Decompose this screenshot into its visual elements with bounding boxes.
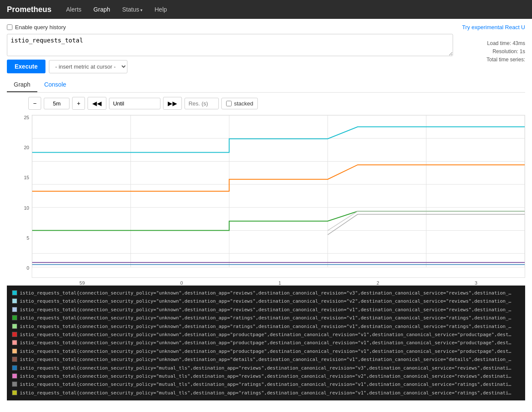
execute-row: Execute - insert metric at cursor - xyxy=(7,60,525,73)
legend-item: istio_requests_total{connection_security… xyxy=(12,347,520,355)
legend-color-swatch xyxy=(12,373,17,379)
legend-text: istio_requests_total{connection_security… xyxy=(20,365,513,371)
legend-item: istio_requests_total{connection_security… xyxy=(12,289,520,297)
graph-svg xyxy=(32,115,525,278)
query-input[interactable]: istio_requests_total xyxy=(7,34,453,56)
x-label-2: 2 xyxy=(377,280,379,286)
x-label-59: 59 xyxy=(79,280,85,286)
back-button[interactable]: ◀◀ xyxy=(88,97,106,110)
legend-item: istio_requests_total{connection_security… xyxy=(12,331,520,339)
legend-item: istio_requests_total{connection_security… xyxy=(12,380,520,388)
y-label-10: 10 xyxy=(24,205,29,211)
res-input[interactable] xyxy=(184,98,219,109)
legend-text: istio_requests_total{connection_security… xyxy=(20,373,513,379)
enable-history-checkbox[interactable] xyxy=(7,24,12,30)
graph-controls: − + ◀◀ ▶▶ stacked xyxy=(7,97,525,110)
legend-color-swatch xyxy=(12,298,17,304)
legend-item: istio_requests_total{connection_security… xyxy=(12,339,520,347)
legend-color-swatch xyxy=(12,349,17,354)
legend-item: istio_requests_total{connection_security… xyxy=(12,364,520,372)
stacked-label[interactable]: stacked xyxy=(221,98,258,109)
legend-item: istio_requests_total{connection_security… xyxy=(12,306,520,314)
legend-item: istio_requests_total{connection_security… xyxy=(12,355,520,364)
legend-item: istio_requests_total{connection_security… xyxy=(12,372,520,380)
legend-text: istio_requests_total{connection_security… xyxy=(20,356,513,363)
y-label-25: 25 xyxy=(24,115,29,120)
navbar: Prometheus Alerts Graph Status Help xyxy=(0,0,532,19)
x-axis: 59 0 1 2 3 xyxy=(10,279,525,286)
resolution: Resolution: 1s xyxy=(487,48,525,56)
load-time: Load time: 43ms xyxy=(487,39,525,48)
legend-text: istio_requests_total{connection_security… xyxy=(20,315,513,321)
legend-text: istio_requests_total{connection_security… xyxy=(20,340,513,346)
x-label-3: 3 xyxy=(475,280,478,286)
y-label-20: 20 xyxy=(24,145,29,150)
chart-container: 25 20 15 10 5 0 xyxy=(10,115,525,279)
nav-help[interactable]: Help xyxy=(150,3,171,15)
y-label-15: 15 xyxy=(24,175,29,180)
total-series: Total time series: xyxy=(487,56,525,64)
stacked-text: stacked xyxy=(234,100,253,107)
zoom-in-button[interactable]: + xyxy=(72,97,85,110)
legend-text: istio_requests_total{connection_security… xyxy=(20,381,513,388)
legend-color-swatch xyxy=(12,340,17,345)
metric-selector[interactable]: - insert metric at cursor - xyxy=(49,60,127,73)
enable-history-text: Enable query history xyxy=(15,24,66,30)
top-bar: Enable query history Try experimental Re… xyxy=(7,24,525,30)
legend-color-swatch xyxy=(12,332,17,337)
nav-links: Alerts Graph Status Help xyxy=(62,3,171,15)
zoom-out-button[interactable]: − xyxy=(28,97,41,110)
legend-item: istio_requests_total{connection_security… xyxy=(12,322,520,331)
legend-color-swatch xyxy=(12,315,17,320)
legend-color-swatch xyxy=(12,307,17,312)
legend-color-swatch xyxy=(12,357,17,362)
legend-text: istio_requests_total{connection_security… xyxy=(20,323,513,330)
legend-item: istio_requests_total{connection_security… xyxy=(12,297,520,305)
y-label-5: 5 xyxy=(27,235,29,241)
legend-text: istio_requests_total{connection_security… xyxy=(20,331,513,338)
legend-color-swatch xyxy=(12,324,17,329)
x-label-0: 0 xyxy=(180,280,183,286)
time-range-input[interactable] xyxy=(44,98,70,109)
query-area: istio_requests_total xyxy=(7,34,525,56)
main-content: Enable query history Try experimental Re… xyxy=(0,19,532,406)
legend-color-swatch xyxy=(12,390,17,395)
enable-history-label[interactable]: Enable query history xyxy=(7,24,66,30)
stacked-checkbox[interactable] xyxy=(226,101,232,106)
x-label-1: 1 xyxy=(278,280,281,286)
legend-text: istio_requests_total{connection_security… xyxy=(20,348,513,355)
legend-color-swatch xyxy=(12,290,17,295)
until-input[interactable] xyxy=(109,98,160,109)
legend-text: istio_requests_total{connection_security… xyxy=(20,298,513,304)
legend-item: istio_requests_total{connection_security… xyxy=(12,389,520,397)
forward-button[interactable]: ▶▶ xyxy=(163,97,182,110)
load-info: Load time: 43ms Resolution: 1s Total tim… xyxy=(487,39,525,64)
legend-text: istio_requests_total{connection_security… xyxy=(20,390,513,396)
tab-graph[interactable]: Graph xyxy=(7,78,37,92)
legend: istio_requests_total{connection_security… xyxy=(7,286,525,400)
legend-color-swatch xyxy=(12,365,17,370)
chart-wrapper: 25 20 15 10 5 0 xyxy=(7,115,525,286)
legend-text: istio_requests_total{connection_security… xyxy=(20,307,513,313)
execute-button[interactable]: Execute xyxy=(7,60,45,73)
y-axis: 25 20 15 10 5 0 xyxy=(10,115,32,279)
try-react-link[interactable]: Try experimental React U xyxy=(462,24,525,30)
y-label-0: 0 xyxy=(27,265,29,271)
chart-svg xyxy=(32,115,525,279)
legend-text: istio_requests_total{connection_security… xyxy=(20,290,513,296)
nav-alerts[interactable]: Alerts xyxy=(62,3,86,15)
nav-status[interactable]: Status xyxy=(118,3,147,15)
nav-graph[interactable]: Graph xyxy=(89,3,115,15)
tab-console[interactable]: Console xyxy=(37,78,73,92)
brand-logo: Prometheus xyxy=(7,5,51,14)
tabs: Graph Console xyxy=(7,78,525,93)
legend-color-swatch xyxy=(12,382,17,387)
legend-item: istio_requests_total{connection_security… xyxy=(12,314,520,322)
